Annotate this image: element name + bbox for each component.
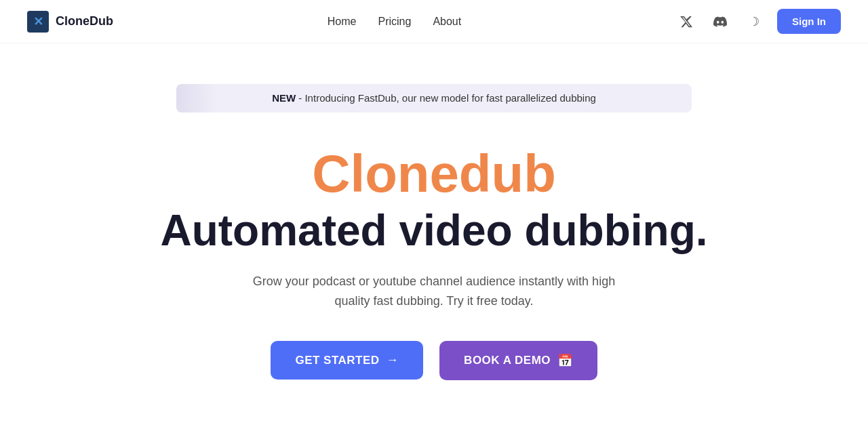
twitter-icon-button[interactable] <box>675 11 697 33</box>
moon-icon: ☽ <box>749 14 760 29</box>
logo-x-symbol: ✕ <box>33 16 43 28</box>
logo-icon: ✕ <box>27 11 49 33</box>
discord-icon-button[interactable] <box>709 11 731 33</box>
nav-link-about[interactable]: About <box>433 16 461 28</box>
announcement-bold: NEW <box>272 92 296 104</box>
get-started-label: GET STARTED <box>295 354 379 367</box>
navbar: ✕ CloneDub Home Pricing About ☽ Sign In <box>0 0 868 43</box>
logo-text: CloneDub <box>56 14 113 28</box>
nav-link-pricing[interactable]: Pricing <box>378 16 411 28</box>
arrow-icon: → <box>387 353 399 367</box>
hero-buttons: GET STARTED → BOOK A DEMO 📅 <box>271 341 597 380</box>
announcement-banner: NEW - Introducing FastDub, our new model… <box>176 84 692 113</box>
navbar-right: ☽ Sign In <box>675 9 841 34</box>
book-demo-button[interactable]: BOOK A DEMO 📅 <box>439 341 597 380</box>
main-content: NEW - Introducing FastDub, our new model… <box>0 43 868 380</box>
announcement-message: - Introducing FastDub, our new model for… <box>296 92 596 104</box>
book-demo-label: BOOK A DEMO <box>464 354 551 367</box>
hero-subtitle: Grow your podcast or youtube channel aud… <box>237 272 631 311</box>
calendar-icon: 📅 <box>557 353 573 368</box>
nav-links: Home Pricing About <box>328 16 461 28</box>
hero-section: Clonedub Automated video dubbing. Grow y… <box>160 145 707 380</box>
dark-mode-toggle[interactable]: ☽ <box>743 11 765 33</box>
get-started-button[interactable]: GET STARTED → <box>271 341 423 380</box>
hero-title-black: Automated video dubbing. <box>160 206 707 256</box>
hero-title-orange: Clonedub <box>312 145 556 203</box>
logo-area: ✕ CloneDub <box>27 11 113 33</box>
announcement-text: NEW - Introducing FastDub, our new model… <box>272 92 596 104</box>
sign-in-button[interactable]: Sign In <box>777 9 841 34</box>
nav-link-home[interactable]: Home <box>328 16 357 28</box>
